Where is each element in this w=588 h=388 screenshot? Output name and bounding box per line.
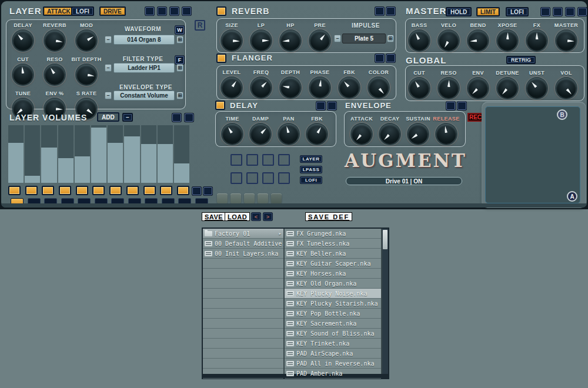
matrix-button[interactable] bbox=[278, 154, 290, 166]
knob[interactable]: FREQ bbox=[247, 69, 275, 98]
knob-dial[interactable] bbox=[527, 78, 547, 98]
file-row[interactable]: KEY Beller.nka bbox=[285, 249, 381, 259]
knob-dial[interactable] bbox=[76, 65, 96, 85]
tab[interactable] bbox=[230, 193, 241, 203]
knob-dial[interactable] bbox=[380, 124, 400, 144]
knob-dial[interactable] bbox=[280, 31, 300, 51]
scrollbar-thumb[interactable] bbox=[383, 230, 387, 249]
attack-button[interactable]: ATTACK bbox=[43, 6, 75, 16]
file-row[interactable]: KEY Sound of Bliss.nka bbox=[285, 329, 381, 339]
matrix-button[interactable] bbox=[230, 172, 242, 184]
knob-dial[interactable] bbox=[527, 31, 547, 51]
limit-button[interactable]: LIMIT bbox=[476, 7, 500, 16]
file-row[interactable]: KEY Old Organ.nka bbox=[285, 279, 381, 289]
matrix-button[interactable] bbox=[230, 154, 242, 166]
envelope-type-select[interactable]: Constant Volume bbox=[113, 91, 175, 101]
file-row[interactable]: ▸ bbox=[203, 319, 283, 329]
knob-dial[interactable] bbox=[439, 78, 459, 98]
knob-dial[interactable] bbox=[13, 31, 33, 51]
mini-button[interactable] bbox=[172, 113, 181, 122]
matrix-button[interactable] bbox=[262, 154, 274, 166]
file-row[interactable]: ▸ bbox=[203, 339, 283, 349]
filter-grid-button[interactable]: ⊞ bbox=[176, 64, 183, 72]
knob[interactable]: VELO bbox=[435, 22, 463, 51]
mode-layer-button[interactable]: LAYER bbox=[300, 155, 322, 163]
master-lofi-button[interactable]: LOFI bbox=[506, 7, 529, 16]
filter-collapse-button[interactable]: – bbox=[105, 64, 112, 72]
layer-select-button[interactable] bbox=[78, 198, 91, 207]
volume-bar[interactable] bbox=[58, 125, 74, 183]
knob[interactable]: PAN bbox=[275, 116, 303, 144]
layer-select-button[interactable] bbox=[11, 198, 24, 207]
layer-select-button[interactable] bbox=[178, 198, 191, 207]
volume-bar[interactable] bbox=[174, 125, 189, 183]
knob-dial[interactable] bbox=[280, 78, 300, 98]
knob-dial[interactable] bbox=[497, 78, 517, 98]
knob-dial[interactable] bbox=[310, 31, 330, 51]
knob-dial[interactable] bbox=[251, 78, 271, 98]
drive-button[interactable]: DRIVE bbox=[99, 6, 126, 16]
reverb-enable-led[interactable] bbox=[216, 6, 226, 16]
file-row[interactable]: KEY Horses.nka bbox=[285, 269, 381, 279]
knob[interactable]: SIZE bbox=[218, 22, 246, 51]
matrix-button[interactable] bbox=[262, 172, 274, 184]
layer-enable-toggle[interactable] bbox=[177, 186, 189, 195]
knob-dial[interactable] bbox=[468, 31, 488, 51]
knob-dial[interactable] bbox=[251, 31, 271, 51]
knob[interactable]: UNST bbox=[523, 70, 551, 98]
mini-button[interactable] bbox=[203, 187, 212, 195]
matrix-button[interactable] bbox=[246, 154, 258, 166]
save-button[interactable]: SAVE bbox=[202, 212, 226, 221]
file-row[interactable]: ▸ bbox=[203, 279, 283, 289]
layer-select-button[interactable] bbox=[61, 198, 74, 207]
knob-dial[interactable] bbox=[222, 78, 242, 98]
layer-enable-toggle[interactable] bbox=[8, 186, 21, 195]
knob[interactable]: HP bbox=[276, 22, 305, 51]
knob-dial[interactable] bbox=[45, 31, 65, 51]
layer-enable-toggle[interactable] bbox=[76, 186, 88, 195]
layer-select-button[interactable] bbox=[128, 198, 141, 207]
knob-dial[interactable] bbox=[352, 124, 372, 144]
knob-dial[interactable] bbox=[45, 65, 65, 85]
knob-dial[interactable] bbox=[409, 31, 429, 51]
file-row[interactable]: KEY Plucky Noise.nka bbox=[285, 289, 381, 299]
waveform-grid-button[interactable]: ⊞ bbox=[176, 36, 183, 44]
knob-dial[interactable] bbox=[468, 78, 488, 98]
mini-button[interactable] bbox=[328, 102, 336, 110]
browser-scrollbar[interactable] bbox=[381, 229, 388, 374]
tab[interactable] bbox=[217, 193, 228, 203]
knob-dial[interactable] bbox=[222, 31, 242, 51]
knob[interactable]: FBK bbox=[335, 69, 363, 98]
layer-select-button[interactable] bbox=[145, 198, 158, 207]
knob-dial[interactable] bbox=[250, 124, 270, 144]
retrig-button[interactable]: RETRIG bbox=[506, 56, 536, 64]
next-button[interactable]: > bbox=[263, 213, 272, 220]
knob-dial[interactable] bbox=[436, 124, 456, 144]
knob[interactable]: TIME bbox=[218, 116, 246, 144]
layer-enable-toggle[interactable] bbox=[59, 186, 71, 195]
file-row[interactable]: ▸ bbox=[203, 359, 283, 369]
file-row[interactable]: 00 Default Additive.nka ▸ bbox=[203, 239, 283, 249]
knob[interactable]: CUT bbox=[9, 56, 37, 85]
knob[interactable]: CUT bbox=[405, 70, 433, 98]
layer-enable-toggle[interactable] bbox=[92, 186, 105, 195]
file-row[interactable]: KEY Plucky Sitarish.nka bbox=[285, 299, 381, 309]
file-row[interactable]: KEY Guitar Scaper.nka bbox=[285, 259, 381, 269]
layer-r-button[interactable]: R bbox=[195, 20, 205, 31]
file-row[interactable]: Factory 01 ▸ bbox=[203, 229, 283, 239]
layer-enable-toggle[interactable] bbox=[25, 186, 38, 195]
layer-enable-toggle[interactable] bbox=[160, 186, 172, 195]
knob[interactable]: DELAY bbox=[9, 22, 37, 51]
preset-display[interactable]: Drive 01 | ON bbox=[346, 177, 462, 185]
file-row[interactable]: ▸ bbox=[203, 299, 283, 309]
layer-enable-toggle[interactable] bbox=[109, 186, 122, 195]
layer-select-button[interactable] bbox=[162, 198, 175, 207]
knob-dial[interactable] bbox=[310, 78, 330, 98]
xy-node-a[interactable]: A bbox=[567, 191, 577, 202]
knob-dial[interactable] bbox=[369, 78, 389, 98]
knob-dial[interactable] bbox=[556, 31, 576, 51]
file-row[interactable]: ▸ bbox=[203, 369, 283, 379]
mini-button[interactable] bbox=[170, 7, 179, 15]
tab[interactable] bbox=[244, 193, 255, 203]
file-row[interactable]: FX Tuneless.nka bbox=[285, 239, 381, 249]
